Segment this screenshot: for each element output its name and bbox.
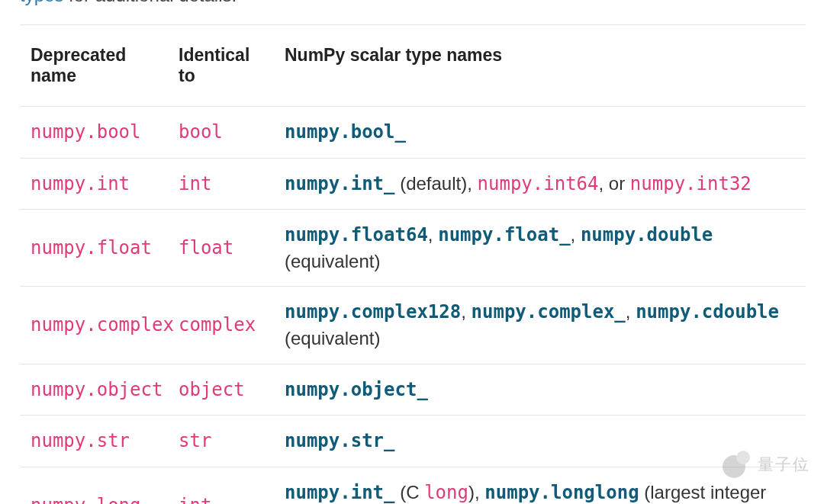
lead-after: for additional details. [63,0,237,5]
scalar-text: (equivalent) [285,328,380,348]
deprecated-cell: numpy.complex [20,287,168,364]
identical-cell: bool [168,107,274,159]
scalar-cell: numpy.int_ (default), numpy.int64, or nu… [274,158,806,210]
scalar-cell: numpy.float64, numpy.float_, numpy.doubl… [274,210,806,287]
identical-cell: float [168,210,274,287]
scalar-text: (default), [395,173,478,194]
identical-code: complex [179,314,256,335]
scalar-text: , [461,301,471,322]
table-row: numpy.strstrnumpy.str_ [20,416,806,467]
identical-code: str [179,430,211,451]
scalar-text: ), [468,482,484,502]
identical-cell: object [168,364,274,416]
col-header-identical: Identical to [168,25,274,107]
table-row: numpy.objectobjectnumpy.object_ [20,364,806,416]
scalar-type-link[interactable]: numpy.cdouble [636,301,779,323]
scalar-type-link[interactable]: numpy.object_ [285,379,428,400]
scalar-type-link[interactable]: numpy.str_ [285,430,395,451]
deprecated-cell: numpy.int [20,158,168,210]
scalar-type-link[interactable]: numpy.int_ [285,482,395,503]
types-table: Deprecated name Identical to NumPy scala… [20,24,806,504]
scalar-type-link[interactable]: numpy.longlong [484,482,639,503]
scalar-cell: numpy.complex128, numpy.complex_, numpy.… [274,287,806,364]
scalar-cell: numpy.int_ (C long), numpy.longlong (lar… [274,467,806,504]
identical-code: float [179,237,233,258]
scalar-code: numpy.int64 [478,173,599,194]
deprecated-code: numpy.object [31,379,163,400]
identical-cell: complex [168,287,274,364]
identical-cell: str [168,416,274,467]
col-header-deprecated: Deprecated name [20,25,168,107]
deprecated-code: numpy.bool [31,121,141,143]
deprecated-cell: numpy.object [20,364,168,416]
identical-code: bool [179,121,223,143]
table-row: numpy.intintnumpy.int_ (default), numpy.… [20,158,806,210]
identical-code: int [179,173,211,194]
deprecated-cell: numpy.float [20,210,168,287]
scalar-text: (C [395,482,425,502]
scalar-cell: numpy.object_ [274,364,806,416]
deprecated-code: numpy.int [31,173,130,194]
scalar-code: numpy.int32 [630,173,752,194]
scalar-type-link[interactable]: numpy.float64 [285,224,428,246]
scalar-text: (equivalent) [285,251,380,271]
table-row: numpy.complexcomplexnumpy.complex128, nu… [20,287,806,364]
table-row: numpy.boolboolnumpy.bool_ [20,107,806,159]
table-header-row: Deprecated name Identical to NumPy scala… [20,25,806,107]
deprecated-cell: numpy.long [20,467,168,504]
scalar-type-link[interactable]: numpy.complex_ [472,301,626,323]
scalar-type-link[interactable]: numpy.float_ [438,224,570,246]
lead-link[interactable]: types [20,0,63,5]
deprecated-cell: numpy.str [20,416,168,467]
deprecated-code: numpy.str [31,430,130,451]
scalar-text: , or [599,173,630,194]
scalar-type-link[interactable]: numpy.int_ [285,173,395,194]
scalar-cell: numpy.bool_ [274,107,806,159]
scalar-type-link[interactable]: numpy.bool_ [285,121,406,143]
deprecated-code: numpy.long [31,495,141,504]
deprecated-cell: numpy.bool [20,107,168,159]
scalar-text: , [571,224,581,245]
deprecated-code: numpy.float [31,237,152,258]
identical-cell: int [168,158,274,210]
col-header-scalar: NumPy scalar type names [274,25,806,107]
deprecated-code: numpy.complex [31,314,174,335]
identical-code: int [179,495,211,504]
table-row: numpy.floatfloatnumpy.float64, numpy.flo… [20,210,806,287]
identical-cell: int [168,467,274,504]
scalar-text: , [626,301,636,322]
scalar-type-link[interactable]: numpy.complex128 [285,301,461,323]
scalar-type-link[interactable]: numpy.double [581,224,713,246]
scalar-cell: numpy.str_ [274,416,806,467]
scalar-code: long [424,482,468,503]
identical-code: object [179,379,245,400]
lead-text: types for additional details. [0,0,824,6]
scalar-text: , [428,224,438,245]
table-row: numpy.longintnumpy.int_ (C long), numpy.… [20,467,806,504]
